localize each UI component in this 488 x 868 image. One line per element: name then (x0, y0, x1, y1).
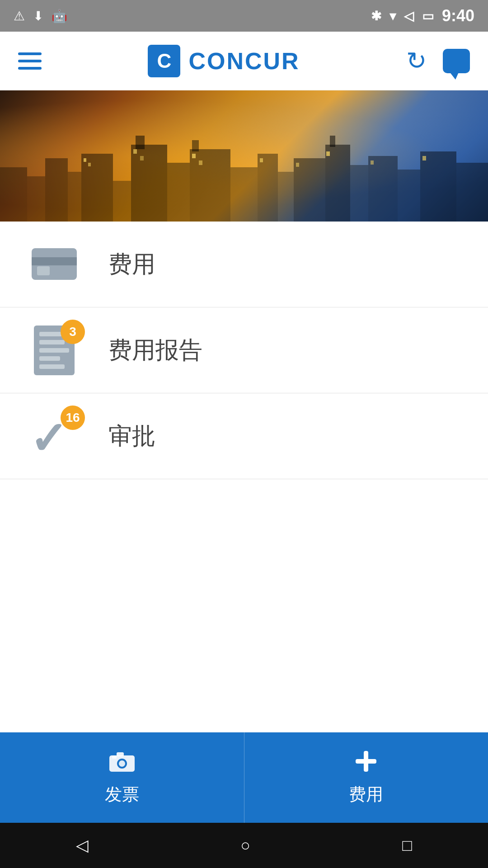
expense-menu-item[interactable]: 费用 (0, 222, 488, 307)
svg-rect-16 (330, 136, 335, 147)
back-button[interactable]: ◁ (76, 836, 89, 855)
svg-rect-5 (113, 181, 131, 222)
svg-rect-6 (131, 145, 167, 222)
recent-button[interactable]: □ (402, 836, 412, 855)
wifi-icon: ▾ (389, 9, 396, 24)
expense-report-icon-wrap: 3 (27, 323, 81, 377)
logo: C CONCUR (148, 45, 300, 77)
svg-rect-7 (136, 136, 145, 149)
invoice-nav-item[interactable]: 发票 (0, 732, 244, 823)
android-icon: 🤖 (52, 9, 67, 24)
svg-rect-2 (45, 158, 68, 222)
android-nav-bar: ◁ ○ □ (0, 823, 488, 868)
menu-list: 费用 3 费用报告 16 审批 (0, 222, 488, 778)
hero-image (0, 90, 488, 222)
svg-rect-28 (260, 158, 263, 162)
menu-button[interactable] (18, 52, 42, 70)
svg-rect-14 (294, 158, 325, 222)
svg-rect-0 (0, 167, 27, 222)
bottom-nav: 发票 费用 (0, 732, 488, 823)
svg-rect-26 (192, 154, 196, 158)
expense-report-menu-item[interactable]: 3 费用报告 (0, 307, 488, 393)
svg-rect-13 (278, 172, 294, 222)
expense-nav-item[interactable]: 费用 (244, 732, 488, 823)
svg-rect-25 (140, 156, 144, 160)
svg-rect-3 (68, 172, 81, 222)
bluetooth-icon: ✱ (371, 9, 381, 24)
status-bar: ⚠ ⬇ 🤖 ✱ ▾ ◁ ▭ 9:40 (0, 0, 488, 32)
svg-rect-18 (368, 156, 398, 222)
expense-label: 费用 (108, 249, 155, 280)
svg-rect-10 (192, 140, 199, 151)
svg-rect-17 (350, 165, 368, 222)
content-area: C CONCUR ↻ (0, 32, 488, 778)
svg-point-35 (119, 760, 125, 767)
plus-icon (354, 749, 378, 778)
svg-rect-24 (133, 149, 137, 154)
svg-rect-11 (230, 167, 258, 222)
expense-nav-label: 费用 (349, 783, 383, 806)
svg-rect-4 (81, 154, 113, 222)
svg-rect-37 (112, 755, 117, 759)
battery-icon: ▭ (422, 9, 434, 24)
svg-rect-27 (199, 160, 202, 165)
clock: 9:40 (442, 6, 474, 25)
svg-rect-29 (296, 163, 299, 167)
signal-icon: ◁ (404, 9, 414, 24)
svg-rect-23 (88, 163, 91, 166)
approvals-badge: 16 (61, 406, 85, 430)
approvals-icon-wrap: 16 (27, 409, 81, 463)
home-button[interactable]: ○ (240, 836, 250, 855)
svg-rect-21 (456, 163, 488, 222)
toolbar-actions: ↻ (406, 47, 470, 75)
warning-icon: ⚠ (14, 9, 25, 24)
svg-rect-8 (167, 163, 190, 222)
logo-text: CONCUR (188, 47, 300, 75)
svg-rect-30 (326, 151, 330, 156)
svg-rect-9 (190, 149, 230, 222)
status-bar-right: ✱ ▾ ◁ ▭ 9:40 (371, 6, 474, 25)
svg-rect-31 (371, 160, 374, 165)
expense-report-label: 费用报告 (108, 335, 202, 366)
status-bar-left: ⚠ ⬇ 🤖 (14, 9, 67, 24)
approvals-menu-item[interactable]: 16 审批 (0, 393, 488, 479)
chat-button[interactable] (443, 49, 470, 73)
credit-card-icon (32, 248, 77, 281)
svg-rect-15 (325, 145, 350, 222)
svg-rect-32 (422, 156, 426, 160)
invoice-nav-label: 发票 (105, 783, 139, 806)
camera-icon (108, 749, 136, 778)
toolbar: C CONCUR ↻ (0, 32, 488, 90)
expense-report-badge: 3 (61, 320, 85, 344)
expense-icon-wrap (27, 237, 81, 292)
svg-rect-1 (27, 176, 45, 222)
svg-rect-36 (117, 752, 124, 756)
svg-rect-22 (84, 158, 86, 162)
approvals-label: 审批 (108, 420, 155, 452)
svg-rect-19 (398, 170, 420, 222)
refresh-button[interactable]: ↻ (406, 47, 427, 75)
logo-icon: C (148, 45, 180, 77)
svg-rect-12 (258, 154, 278, 222)
svg-rect-20 (420, 151, 456, 222)
svg-rect-39 (356, 759, 376, 764)
city-skyline (0, 131, 488, 222)
download-icon: ⬇ (33, 9, 43, 24)
